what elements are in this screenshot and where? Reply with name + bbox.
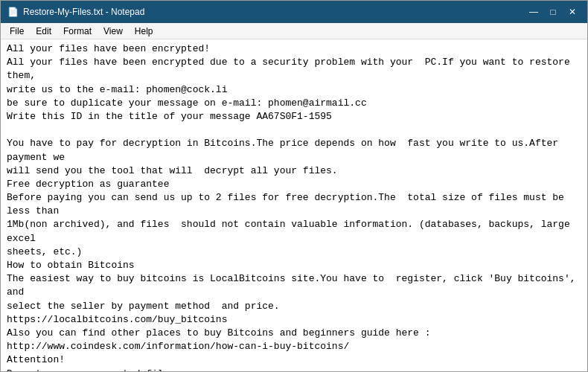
menu-file[interactable]: File (4, 25, 30, 38)
menu-edit[interactable]: Edit (30, 25, 57, 38)
menu-format[interactable]: Format (57, 25, 98, 38)
window-title: Restore-My-Files.txt - Notepad (23, 7, 144, 17)
menu-view[interactable]: View (98, 25, 129, 38)
maximize-button[interactable]: □ (544, 4, 562, 19)
document-text: All your files have been encrypted! All … (7, 42, 581, 371)
menu-help[interactable]: Help (129, 25, 159, 38)
window-controls: — □ ✕ (525, 4, 581, 19)
minimize-button[interactable]: — (525, 4, 543, 19)
close-button[interactable]: ✕ (563, 4, 581, 19)
title-bar: 📄 Restore-My-Files.txt - Notepad — □ ✕ (1, 1, 587, 23)
notepad-window: 📄 Restore-My-Files.txt - Notepad — □ ✕ F… (0, 0, 588, 372)
menu-bar: File Edit Format View Help (1, 23, 587, 39)
text-editor-area[interactable]: All your files have been encrypted! All … (1, 39, 587, 371)
title-bar-left: 📄 Restore-My-Files.txt - Notepad (7, 6, 144, 18)
notepad-icon: 📄 (7, 6, 19, 18)
